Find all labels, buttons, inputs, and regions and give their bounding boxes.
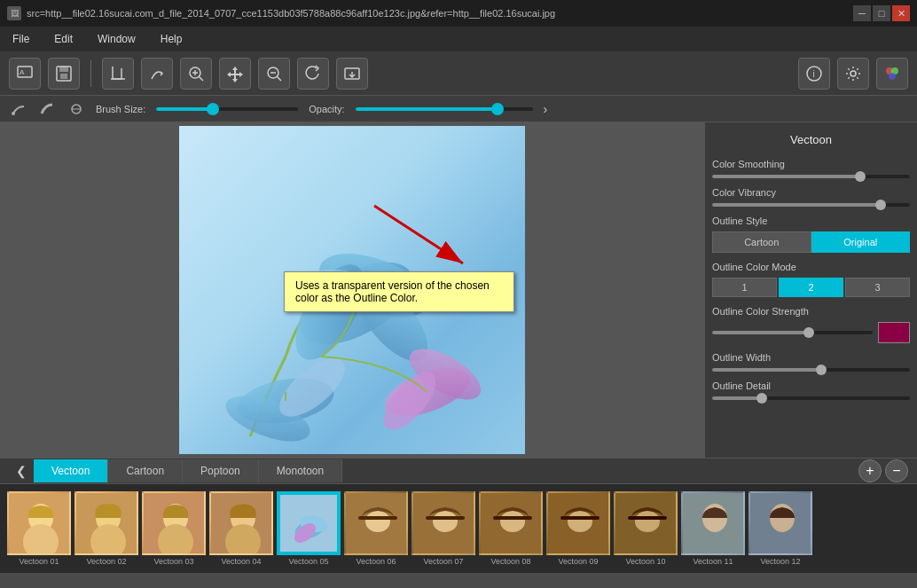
settings-button[interactable]: [837, 58, 869, 90]
filmstrip-thumb-5: [277, 491, 341, 555]
outline-width-slider[interactable]: [712, 368, 910, 372]
filmstrip-label-2: Vectoon 02: [86, 557, 126, 566]
svg-rect-69: [628, 516, 667, 520]
minimize-button[interactable]: ─: [853, 5, 871, 21]
filmstrip-label-3: Vectoon 03: [153, 557, 193, 566]
filmstrip-thumb-11: [681, 491, 745, 555]
move-tool-button[interactable]: [219, 58, 251, 90]
tooltip-text: Uses a transparent version of the chosen…: [295, 279, 490, 304]
menu-edit[interactable]: Edit: [49, 31, 78, 47]
filmstrip-item-10[interactable]: Vectoon 10: [614, 491, 678, 566]
outline-detail-slider-row: [712, 396, 910, 400]
color-mode-2-button[interactable]: 2: [779, 278, 843, 297]
tab-monotoon[interactable]: Monotoon: [259, 459, 342, 482]
rotate-button[interactable]: [297, 58, 329, 90]
crop-tool-button[interactable]: [102, 58, 134, 90]
svg-point-68: [635, 511, 660, 532]
svg-point-20: [12, 112, 15, 115]
close-button[interactable]: ✕: [892, 5, 910, 21]
expand-arrow[interactable]: ›: [544, 102, 548, 116]
svg-line-6: [199, 76, 203, 81]
brush-icon-2: [39, 102, 57, 116]
color-vibrancy-label: Color Vibrancy: [712, 187, 910, 198]
menu-file[interactable]: File: [7, 31, 35, 47]
filmstrip-label-11: Vectoon 11: [693, 557, 733, 566]
zoom-in-button[interactable]: [180, 58, 212, 90]
filmstrip-item-7[interactable]: Vectoon 07: [411, 491, 475, 566]
effects-button[interactable]: [876, 58, 908, 90]
original-style-button[interactable]: Original: [811, 231, 911, 253]
filmstrip-thumb-4: [209, 491, 273, 555]
info-button[interactable]: i: [798, 58, 830, 90]
canvas-area: Uses a transparent version of the chosen…: [0, 122, 704, 458]
filmstrip-label-9: Vectoon 09: [558, 557, 598, 566]
text-tool-button[interactable]: A: [9, 58, 41, 90]
outline-color-swatch[interactable]: [878, 322, 910, 343]
filmstrip-item-3[interactable]: Vectoon 03: [142, 491, 206, 566]
outline-style-label: Outline Style: [712, 216, 910, 226]
filmstrip-thumb-8: [479, 491, 543, 555]
window-controls: ─ □ ✕: [853, 5, 910, 21]
warp-tool-button[interactable]: [141, 58, 173, 90]
menu-help[interactable]: Help: [155, 31, 188, 47]
color-vibrancy-slider[interactable]: [712, 203, 910, 207]
tooltip: Uses a transparent version of the chosen…: [284, 271, 514, 312]
filmstrip-item-5[interactable]: Vectoon 05: [277, 491, 341, 566]
filmstrip-item-6[interactable]: Vectoon 06: [344, 491, 408, 566]
svg-point-65: [568, 511, 592, 532]
tab-cartoon[interactable]: Cartoon: [108, 459, 183, 482]
opacity-slider[interactable]: [356, 107, 533, 111]
svg-rect-66: [560, 516, 600, 520]
brush-size-slider[interactable]: [156, 107, 298, 111]
tab-vectoon[interactable]: Vectoon: [34, 459, 108, 482]
filmstrip-item-9[interactable]: Vectoon 09: [546, 491, 610, 566]
outline-color-mode-section: Outline Color Mode 1 2 3: [712, 262, 910, 297]
brush-icon-3: [67, 102, 85, 116]
color-smoothing-slider[interactable]: [712, 175, 910, 178]
color-mode-3-button[interactable]: 3: [845, 278, 910, 297]
outline-color-strength-section: Outline Color Strength: [712, 306, 910, 343]
outline-detail-slider[interactable]: [712, 396, 910, 400]
maximize-button[interactable]: □: [873, 5, 890, 21]
svg-point-52: [293, 514, 329, 542]
save-tool-button[interactable]: [48, 58, 80, 90]
color-smoothing-label: Color Smoothing: [712, 159, 910, 169]
tab-prev-arrow[interactable]: ❮: [9, 464, 34, 478]
toolbar-separator-1: [90, 60, 91, 87]
sub-toolbar: Brush Size: Opacity: ›: [0, 96, 917, 122]
menu-bar: File Edit Window Help: [0, 27, 917, 51]
svg-text:A: A: [20, 68, 25, 76]
filmstrip-label-12: Vectoon 12: [760, 557, 800, 566]
svg-point-53: [299, 514, 330, 534]
svg-point-62: [500, 511, 525, 532]
menu-window[interactable]: Window: [92, 31, 141, 47]
opacity-label: Opacity:: [309, 104, 344, 114]
svg-point-56: [365, 511, 390, 532]
filmstrip-label-6: Vectoon 06: [356, 557, 396, 566]
svg-point-19: [889, 73, 896, 80]
svg-rect-57: [358, 516, 397, 520]
remove-preset-button[interactable]: −: [885, 459, 908, 482]
export-button[interactable]: [336, 58, 368, 90]
color-mode-1-button[interactable]: 1: [712, 278, 777, 297]
color-smoothing-slider-row: [712, 175, 910, 178]
filmstrip-item-12[interactable]: Vectoon 12: [748, 491, 812, 566]
outline-color-strength-slider[interactable]: [712, 331, 873, 334]
tab-poptoon[interactable]: Poptoon: [183, 459, 259, 482]
outline-color-mode-label: Outline Color Mode: [712, 262, 910, 272]
title-bar: 🖼 src=http__file02.16sucai.com_d_file_20…: [0, 0, 917, 27]
filmstrip-item-8[interactable]: Vectoon 08: [479, 491, 543, 566]
outline-color-strength-label: Outline Color Strength: [712, 306, 910, 317]
cartoon-style-button[interactable]: Cartoon: [712, 231, 811, 253]
filmstrip-label-10: Vectoon 10: [625, 557, 665, 566]
outline-color-mode-buttons: 1 2 3: [712, 278, 910, 297]
filmstrip-thumb-1: [7, 491, 71, 555]
zoom-out-button[interactable]: [258, 58, 290, 90]
filmstrip-item-2[interactable]: Vectoon 02: [74, 491, 138, 566]
filmstrip-item-4[interactable]: Vectoon 04: [209, 491, 273, 566]
add-preset-button[interactable]: +: [858, 459, 882, 482]
filmstrip-thumb-10: [614, 491, 678, 555]
filmstrip-item-1[interactable]: Vectoon 01: [7, 491, 71, 566]
filmstrip-item-11[interactable]: Vectoon 11: [681, 491, 745, 566]
outline-detail-label: Outline Detail: [712, 380, 910, 391]
